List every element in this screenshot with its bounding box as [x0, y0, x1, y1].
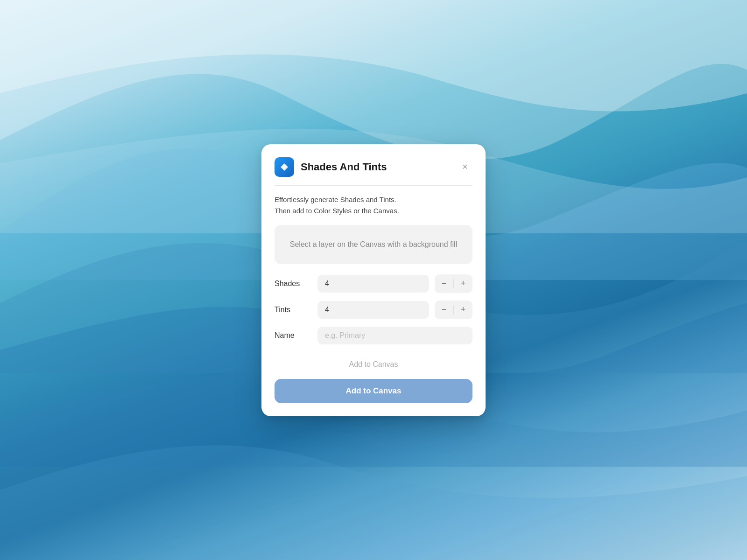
shades-stepper: − + — [435, 274, 472, 293]
description-text: Effortlessly generate Shades and Tints.T… — [275, 194, 472, 217]
tints-decrement-button[interactable]: − — [435, 301, 453, 319]
name-row: Name — [275, 327, 472, 344]
app-icon — [275, 157, 294, 177]
shades-decrement-button[interactable]: − — [435, 274, 453, 293]
tints-stepper: − + — [435, 301, 472, 319]
modal-header: Shades And Tints × — [275, 157, 472, 177]
header-divider — [275, 185, 472, 186]
close-button[interactable]: × — [458, 160, 472, 175]
add-to-canvas-secondary-button[interactable]: Add to Canvas — [275, 354, 472, 375]
layer-selector-text: Select a layer on the Canvas with a back… — [290, 240, 457, 248]
tints-row: Tints − + — [275, 301, 472, 319]
name-input[interactable] — [317, 327, 472, 344]
shades-row: Shades − + — [275, 274, 472, 293]
name-label: Name — [275, 331, 312, 340]
shades-label: Shades — [275, 280, 312, 288]
tints-input[interactable] — [317, 301, 429, 319]
shades-tints-modal: Shades And Tints × Effortlessly generate… — [261, 144, 486, 416]
shades-increment-button[interactable]: + — [454, 274, 472, 293]
layer-selector-panel: Select a layer on the Canvas with a back… — [275, 225, 472, 264]
tints-increment-button[interactable]: + — [454, 301, 472, 319]
modal-title: Shades And Tints — [301, 161, 451, 173]
app-logo-icon — [279, 161, 290, 173]
tints-label: Tints — [275, 306, 312, 314]
shades-input[interactable] — [317, 275, 429, 293]
add-to-canvas-primary-button[interactable]: Add to Canvas — [275, 379, 472, 403]
